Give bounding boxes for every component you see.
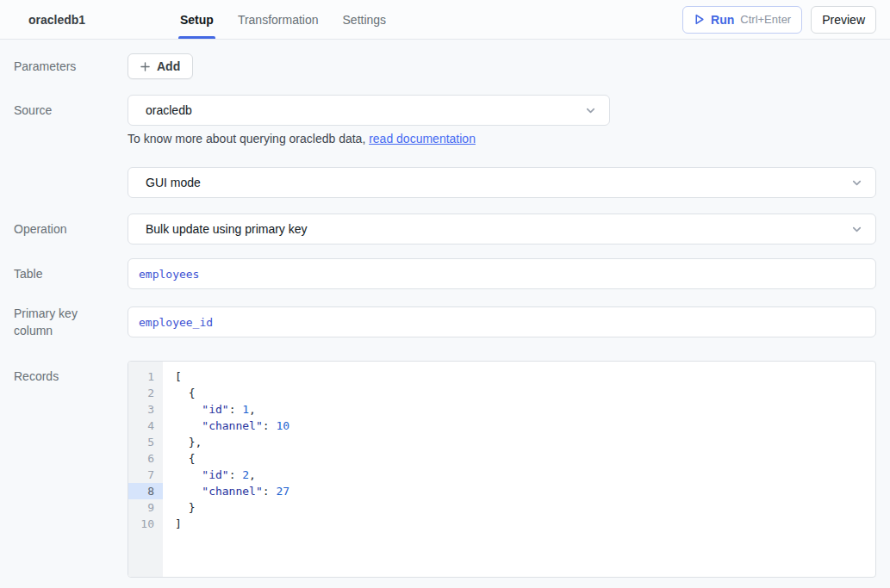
- primary-key-input-value: employee_id: [139, 316, 213, 329]
- line-number: 9: [128, 499, 163, 516]
- query-tabs: Setup Transformation Settings: [168, 0, 398, 39]
- add-parameter-label: Add: [157, 59, 180, 73]
- play-icon: [694, 14, 705, 25]
- run-button-label: Run: [711, 13, 734, 27]
- line-number: 5: [128, 434, 163, 450]
- run-shortcut: Ctrl+Enter: [740, 13, 791, 26]
- code-line[interactable]: ]: [175, 516, 868, 532]
- source-select-value: oracledb: [146, 103, 584, 117]
- preview-button[interactable]: Preview: [811, 6, 876, 34]
- code-line[interactable]: "id": 1,: [175, 401, 868, 418]
- line-number: 4: [128, 418, 163, 434]
- query-setup-panel: Parameters Add Source oracledb To know m…: [0, 53, 890, 578]
- line-number: 7: [128, 467, 163, 483]
- chevron-down-icon: [850, 176, 863, 189]
- source-select[interactable]: oracledb: [128, 95, 610, 126]
- mode-select-value: GUI mode: [146, 176, 850, 189]
- code-line[interactable]: },: [175, 434, 868, 450]
- tab-settings[interactable]: Settings: [331, 0, 399, 39]
- line-number: 2: [128, 385, 163, 401]
- table-input[interactable]: employees: [128, 258, 876, 289]
- code-line[interactable]: "channel": 10: [175, 418, 868, 434]
- parameters-row: Parameters Add: [14, 53, 890, 79]
- records-code[interactable]: [ { "id": 1, "channel": 10 }, { "id": 2,…: [163, 362, 875, 577]
- operation-select[interactable]: Bulk update using primary key: [128, 214, 876, 244]
- code-line[interactable]: {: [175, 450, 868, 467]
- table-label: Table: [14, 265, 128, 282]
- primary-key-label: Primary key column: [14, 305, 128, 340]
- table-input-value: employees: [139, 268, 199, 281]
- operation-label: Operation: [14, 220, 128, 238]
- code-line[interactable]: [: [175, 368, 868, 385]
- records-label: Records: [14, 361, 128, 385]
- tab-transformation[interactable]: Transformation: [226, 0, 331, 39]
- source-row: Source oracledb: [14, 95, 890, 126]
- line-number: 10: [128, 516, 163, 532]
- query-header: oracledb1 Setup Transformation Settings …: [0, 0, 890, 40]
- mode-select[interactable]: GUI mode: [128, 167, 876, 198]
- preview-button-label: Preview: [822, 13, 865, 27]
- primary-key-input[interactable]: employee_id: [128, 306, 876, 337]
- line-number: 6: [128, 450, 163, 467]
- chevron-down-icon: [584, 104, 597, 117]
- chevron-down-icon: [850, 223, 863, 236]
- source-helper-prefix: To know more about querying oracledb dat…: [128, 132, 369, 145]
- run-button[interactable]: Run Ctrl+Enter: [682, 6, 802, 34]
- source-helper-row: To know more about querying oracledb dat…: [14, 132, 890, 145]
- tab-setup[interactable]: Setup: [168, 0, 226, 39]
- parameters-label: Parameters: [14, 58, 128, 75]
- line-number: 8: [128, 483, 163, 499]
- query-title: oracledb1: [28, 13, 168, 27]
- add-parameter-button[interactable]: Add: [128, 53, 193, 79]
- line-number: 3: [128, 401, 163, 418]
- source-helper-text: To know more about querying oracledb dat…: [128, 132, 876, 145]
- records-gutter: 12345678910: [128, 362, 163, 577]
- read-documentation-link[interactable]: read documentation: [369, 132, 476, 145]
- records-editor[interactable]: 12345678910 [ { "id": 1, "channel": 10 }…: [128, 361, 876, 578]
- source-label: Source: [14, 102, 128, 119]
- code-line[interactable]: "channel": 27: [175, 483, 868, 499]
- operation-select-value: Bulk update using primary key: [146, 222, 850, 236]
- code-line[interactable]: "id": 2,: [175, 467, 868, 483]
- code-line[interactable]: {: [175, 385, 868, 401]
- primary-key-row: Primary key column employee_id: [14, 305, 890, 340]
- records-row: Records 12345678910 [ { "id": 1, "channe…: [14, 361, 890, 578]
- plus-icon: [140, 62, 150, 71]
- header-actions: Run Ctrl+Enter Preview: [682, 6, 876, 34]
- mode-row: GUI mode: [14, 167, 890, 198]
- code-line[interactable]: }: [175, 499, 868, 516]
- line-number: 1: [128, 368, 163, 385]
- operation-row: Operation Bulk update using primary key: [14, 214, 890, 244]
- table-row: Table employees: [14, 258, 890, 289]
